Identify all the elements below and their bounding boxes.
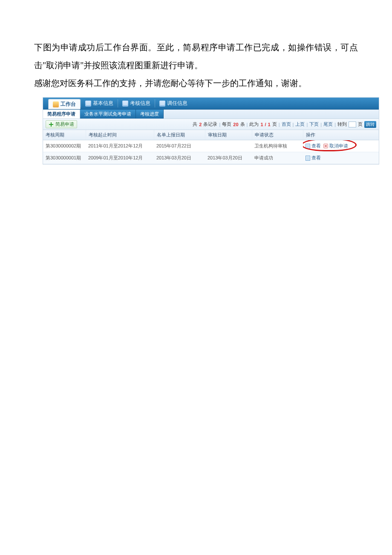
pager-next[interactable]: 下页 xyxy=(309,121,319,127)
folder-icon xyxy=(53,101,59,107)
pager-sep: | xyxy=(219,122,220,127)
tab-workbench[interactable]: 工作台 xyxy=(48,99,81,109)
subtab-simple-apply[interactable]: 简易程序申请 xyxy=(43,110,80,119)
cell-status: 卫生机构待审核 xyxy=(252,140,303,152)
pager-sep: | xyxy=(334,122,336,127)
pager-text: 条 xyxy=(240,121,245,127)
th-status: 申请状态 xyxy=(252,130,303,140)
subtab-label: 业务水平测试免考申请 xyxy=(84,111,131,117)
cell-review xyxy=(205,140,252,152)
intro-paragraph-2: 感谢您对医务科工作的支持，并请您耐心等待下一步的工作通知，谢谢。 xyxy=(34,74,358,92)
tab-basic-info[interactable]: 基本信息 xyxy=(81,98,118,109)
cell-range: 2009年01月至2010年12月 xyxy=(86,152,154,164)
cell-period: 第3030000001期 xyxy=(43,152,86,164)
view-label: 查看 xyxy=(311,143,321,149)
pager-text: 共 xyxy=(193,121,197,127)
th-period: 考核周期 xyxy=(43,130,86,140)
pager-last[interactable]: 尾页 xyxy=(323,121,333,127)
table-row: 第3030000001期 2009年01月至2010年12月 2013年03月2… xyxy=(43,152,379,164)
th-ops: 操作 xyxy=(303,130,379,140)
pager-sep: / xyxy=(265,122,266,127)
view-link[interactable]: 查看 xyxy=(306,143,321,149)
pager-sep: | xyxy=(320,122,322,127)
pager-text: 转到 xyxy=(337,121,347,127)
cell-status: 申请成功 xyxy=(252,152,303,164)
pager: 共 2 条记录 | 每页 20 条 | 此为 1 / 1 页 | 首页 | 上页… xyxy=(193,121,376,128)
pager-text: 页 xyxy=(358,121,363,127)
table-header-row: 考核周期 考核起止时间 名单上报日期 审核日期 申请状态 操作 xyxy=(43,130,379,140)
subtab-label: 考核进度 xyxy=(140,111,159,117)
view-icon xyxy=(306,156,310,161)
tab-label: 基本信息 xyxy=(93,100,113,107)
pager-text: 页 xyxy=(272,121,277,127)
cancel-apply-link[interactable]: 取消申请 xyxy=(323,143,348,149)
top-nav: 工作台 基本信息 考核信息 调任信息 xyxy=(43,98,379,110)
pager-text: 此为 xyxy=(249,121,259,127)
pager-text: 条记录 xyxy=(203,121,217,127)
cell-report: 2015年07月22日 xyxy=(154,140,205,152)
th-review: 审核日期 xyxy=(205,130,252,140)
subtab-progress[interactable]: 考核进度 xyxy=(136,110,164,119)
pager-goto-input[interactable] xyxy=(349,121,356,127)
view-link[interactable]: 查看 xyxy=(306,155,321,161)
cell-period: 第3030000002期 xyxy=(43,140,86,152)
th-report: 名单上报日期 xyxy=(154,130,205,140)
pager-sep: | xyxy=(247,122,248,127)
doc-icon xyxy=(122,101,128,107)
intro-text: 下图为申请成功后工作台界面。至此，简易程序申请工作已完成，如操作错误，可点击"取… xyxy=(34,38,358,92)
pager-sep: | xyxy=(279,122,280,127)
cell-ops: 查看 xyxy=(303,152,379,164)
app-screenshot: 工作台 基本信息 考核信息 调任信息 简易程序申请 xyxy=(43,97,379,165)
pager-go-button[interactable]: 跳转 xyxy=(364,121,376,128)
tab-exam-info[interactable]: 考核信息 xyxy=(118,98,155,109)
cell-review: 2013年03月20日 xyxy=(205,152,252,164)
tab-label: 调任信息 xyxy=(167,100,187,107)
subtab-label: 简易程序申请 xyxy=(47,111,75,117)
apply-table: 考核周期 考核起止时间 名单上报日期 审核日期 申请状态 操作 第3030000… xyxy=(43,130,379,164)
pager-current: 1 xyxy=(260,122,263,127)
tab-label: 考核信息 xyxy=(130,100,150,107)
intro-paragraph-1: 下图为申请成功后工作台界面。至此，简易程序申请工作已完成，如操作错误，可点击"取… xyxy=(34,38,358,74)
subtab-exam-exempt[interactable]: 业务水平测试免考申请 xyxy=(80,110,136,119)
tab-label: 工作台 xyxy=(61,101,76,108)
plus-icon xyxy=(49,122,54,127)
cell-range: 2011年01月至2012年12月 xyxy=(86,140,154,152)
cancel-icon xyxy=(323,144,328,148)
pager-prev[interactable]: 上页 xyxy=(295,121,305,127)
cancel-label: 取消申请 xyxy=(329,143,348,149)
view-icon xyxy=(306,144,310,149)
doc-icon xyxy=(159,101,165,107)
table-row: 第3030000002期 2011年01月至2012年12月 2015年07月2… xyxy=(43,140,379,152)
sub-nav: 简易程序申请 业务水平测试免考申请 考核进度 xyxy=(43,110,379,119)
th-range: 考核起止时间 xyxy=(86,130,154,140)
cell-report: 2013年03月20日 xyxy=(154,152,205,164)
tab-transfer-info[interactable]: 调任信息 xyxy=(155,98,192,109)
pager-sep: | xyxy=(306,122,308,127)
pager-pages: 1 xyxy=(268,122,271,127)
add-apply-button[interactable]: 简易申请 xyxy=(46,120,77,128)
pager-sep: | xyxy=(293,122,294,127)
pager-text: 每页 xyxy=(222,121,231,127)
add-apply-label: 简易申请 xyxy=(55,121,74,127)
cell-ops: 查看 取消申请 xyxy=(303,140,379,152)
doc-icon xyxy=(85,101,91,107)
pager-total: 2 xyxy=(199,122,202,127)
pager-perpage: 20 xyxy=(233,122,238,127)
view-label: 查看 xyxy=(311,155,321,161)
toolbar: 简易申请 共 2 条记录 | 每页 20 条 | 此为 1 / 1 页 | 首页… xyxy=(43,119,379,130)
pager-first[interactable]: 首页 xyxy=(282,121,291,127)
